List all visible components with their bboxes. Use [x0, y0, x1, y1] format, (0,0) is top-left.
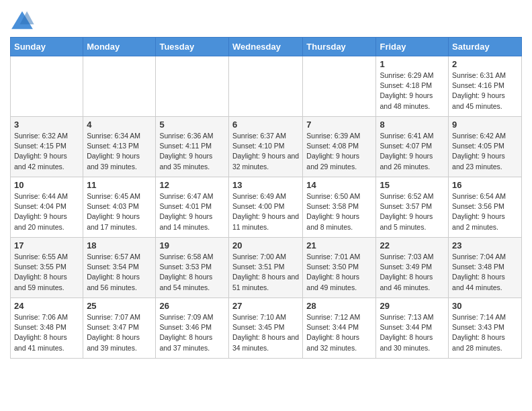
day-cell: 29Sunrise: 7:13 AMSunset: 3:44 PMDayligh… — [376, 298, 449, 359]
week-row-3: 10Sunrise: 6:44 AMSunset: 4:04 PMDayligh… — [11, 177, 522, 238]
day-number: 9 — [452, 120, 518, 130]
day-cell: 11Sunrise: 6:45 AMSunset: 4:03 PMDayligh… — [83, 177, 156, 238]
day-info: Sunrise: 7:07 AMSunset: 3:47 PMDaylight:… — [87, 312, 152, 353]
day-info: Sunrise: 6:39 AMSunset: 4:08 PMDaylight:… — [306, 131, 372, 172]
day-info: Sunrise: 7:04 AMSunset: 3:48 PMDaylight:… — [452, 252, 518, 293]
header-row: SundayMondayTuesdayWednesdayThursdayFrid… — [11, 38, 522, 56]
day-info: Sunrise: 7:10 AMSunset: 3:45 PMDaylight:… — [232, 312, 299, 353]
header-thursday: Thursday — [303, 38, 376, 56]
day-number: 16 — [452, 180, 518, 190]
day-cell: 6Sunrise: 6:37 AMSunset: 4:10 PMDaylight… — [228, 117, 302, 177]
calendar-table: SundayMondayTuesdayWednesdayThursdayFrid… — [10, 37, 522, 359]
day-info: Sunrise: 6:29 AMSunset: 4:18 PMDaylight:… — [380, 71, 445, 111]
day-info: Sunrise: 7:00 AMSunset: 3:51 PMDaylight:… — [232, 252, 299, 293]
day-number: 10 — [14, 180, 79, 190]
day-cell: 23Sunrise: 7:04 AMSunset: 3:48 PMDayligh… — [449, 238, 522, 298]
day-cell: 3Sunrise: 6:32 AMSunset: 4:15 PMDaylight… — [11, 117, 83, 177]
week-row-1: 1Sunrise: 6:29 AMSunset: 4:18 PMDaylight… — [11, 56, 522, 117]
day-info: Sunrise: 6:58 AMSunset: 3:53 PMDaylight:… — [159, 252, 225, 293]
day-info: Sunrise: 7:09 AMSunset: 3:46 PMDaylight:… — [159, 312, 225, 353]
day-info: Sunrise: 7:14 AMSunset: 3:43 PMDaylight:… — [452, 312, 518, 353]
day-cell: 7Sunrise: 6:39 AMSunset: 4:08 PMDaylight… — [303, 117, 376, 177]
day-number: 26 — [159, 301, 225, 311]
day-number: 7 — [306, 120, 372, 130]
page-header — [10, 10, 522, 30]
day-cell: 27Sunrise: 7:10 AMSunset: 3:45 PMDayligh… — [228, 298, 302, 359]
day-cell: 8Sunrise: 6:41 AMSunset: 4:07 PMDaylight… — [376, 117, 449, 177]
day-info: Sunrise: 6:36 AMSunset: 4:11 PMDaylight:… — [159, 131, 225, 172]
day-number: 21 — [306, 240, 372, 250]
day-info: Sunrise: 6:32 AMSunset: 4:15 PMDaylight:… — [14, 131, 79, 172]
day-cell: 10Sunrise: 6:44 AMSunset: 4:04 PMDayligh… — [11, 177, 83, 238]
day-number: 17 — [14, 240, 79, 250]
day-info: Sunrise: 6:37 AMSunset: 4:10 PMDaylight:… — [232, 131, 299, 172]
day-number: 12 — [159, 180, 225, 190]
day-cell: 9Sunrise: 6:42 AMSunset: 4:05 PMDaylight… — [449, 117, 522, 177]
day-info: Sunrise: 6:41 AMSunset: 4:07 PMDaylight:… — [380, 131, 445, 172]
header-friday: Friday — [376, 38, 449, 56]
day-cell: 14Sunrise: 6:50 AMSunset: 3:58 PMDayligh… — [303, 177, 376, 238]
week-row-5: 24Sunrise: 7:06 AMSunset: 3:48 PMDayligh… — [11, 298, 522, 359]
day-cell: 21Sunrise: 7:01 AMSunset: 3:50 PMDayligh… — [303, 238, 376, 298]
day-number: 23 — [452, 240, 518, 250]
header-saturday: Saturday — [449, 38, 522, 56]
day-number: 5 — [159, 120, 225, 130]
day-number: 11 — [87, 180, 152, 190]
logo-icon — [10, 10, 34, 30]
day-info: Sunrise: 7:01 AMSunset: 3:50 PMDaylight:… — [306, 252, 372, 293]
logo — [10, 10, 37, 30]
day-cell: 30Sunrise: 7:14 AMSunset: 3:43 PMDayligh… — [449, 298, 522, 359]
day-number: 18 — [87, 240, 152, 250]
day-info: Sunrise: 6:42 AMSunset: 4:05 PMDaylight:… — [452, 131, 518, 172]
day-number: 8 — [380, 120, 445, 130]
day-number: 14 — [306, 180, 372, 190]
day-cell: 13Sunrise: 6:49 AMSunset: 4:00 PMDayligh… — [228, 177, 302, 238]
day-number: 22 — [380, 240, 445, 250]
day-cell: 18Sunrise: 6:57 AMSunset: 3:54 PMDayligh… — [83, 238, 156, 298]
day-number: 3 — [14, 120, 79, 130]
day-cell: 26Sunrise: 7:09 AMSunset: 3:46 PMDayligh… — [156, 298, 229, 359]
day-number: 27 — [232, 301, 299, 311]
header-tuesday: Tuesday — [156, 38, 229, 56]
day-number: 13 — [232, 180, 299, 190]
day-cell — [156, 56, 229, 117]
week-row-4: 17Sunrise: 6:55 AMSunset: 3:55 PMDayligh… — [11, 238, 522, 298]
day-cell: 20Sunrise: 7:00 AMSunset: 3:51 PMDayligh… — [228, 238, 302, 298]
day-info: Sunrise: 6:31 AMSunset: 4:16 PMDaylight:… — [452, 71, 518, 111]
day-number: 28 — [306, 301, 372, 311]
day-number: 19 — [159, 240, 225, 250]
day-number: 6 — [232, 120, 299, 130]
day-info: Sunrise: 7:06 AMSunset: 3:48 PMDaylight:… — [14, 312, 79, 353]
day-cell: 22Sunrise: 7:03 AMSunset: 3:49 PMDayligh… — [376, 238, 449, 298]
day-number: 25 — [87, 301, 152, 311]
day-info: Sunrise: 6:44 AMSunset: 4:04 PMDaylight:… — [14, 191, 79, 232]
day-info: Sunrise: 7:13 AMSunset: 3:44 PMDaylight:… — [380, 312, 445, 353]
day-cell: 28Sunrise: 7:12 AMSunset: 3:44 PMDayligh… — [303, 298, 376, 359]
day-number: 20 — [232, 240, 299, 250]
header-sunday: Sunday — [11, 38, 83, 56]
day-number: 15 — [380, 180, 445, 190]
day-info: Sunrise: 6:50 AMSunset: 3:58 PMDaylight:… — [306, 191, 372, 232]
header-wednesday: Wednesday — [228, 38, 302, 56]
day-cell: 5Sunrise: 6:36 AMSunset: 4:11 PMDaylight… — [156, 117, 229, 177]
day-info: Sunrise: 6:52 AMSunset: 3:57 PMDaylight:… — [380, 191, 445, 232]
day-info: Sunrise: 6:45 AMSunset: 4:03 PMDaylight:… — [87, 191, 152, 232]
day-info: Sunrise: 6:47 AMSunset: 4:01 PMDaylight:… — [159, 191, 225, 232]
day-cell: 24Sunrise: 7:06 AMSunset: 3:48 PMDayligh… — [11, 298, 83, 359]
day-number: 2 — [452, 59, 518, 69]
day-cell: 25Sunrise: 7:07 AMSunset: 3:47 PMDayligh… — [83, 298, 156, 359]
header-monday: Monday — [83, 38, 156, 56]
day-number: 1 — [380, 59, 445, 69]
day-cell — [11, 56, 83, 117]
week-row-2: 3Sunrise: 6:32 AMSunset: 4:15 PMDaylight… — [11, 117, 522, 177]
day-cell: 12Sunrise: 6:47 AMSunset: 4:01 PMDayligh… — [156, 177, 229, 238]
day-info: Sunrise: 6:49 AMSunset: 4:00 PMDaylight:… — [232, 191, 299, 232]
day-info: Sunrise: 6:34 AMSunset: 4:13 PMDaylight:… — [87, 131, 152, 172]
day-cell: 15Sunrise: 6:52 AMSunset: 3:57 PMDayligh… — [376, 177, 449, 238]
day-cell: 16Sunrise: 6:54 AMSunset: 3:56 PMDayligh… — [449, 177, 522, 238]
day-info: Sunrise: 7:12 AMSunset: 3:44 PMDaylight:… — [306, 312, 372, 353]
day-info: Sunrise: 6:54 AMSunset: 3:56 PMDaylight:… — [452, 191, 518, 232]
day-cell — [303, 56, 376, 117]
day-cell: 2Sunrise: 6:31 AMSunset: 4:16 PMDaylight… — [449, 56, 522, 117]
day-cell: 1Sunrise: 6:29 AMSunset: 4:18 PMDaylight… — [376, 56, 449, 117]
